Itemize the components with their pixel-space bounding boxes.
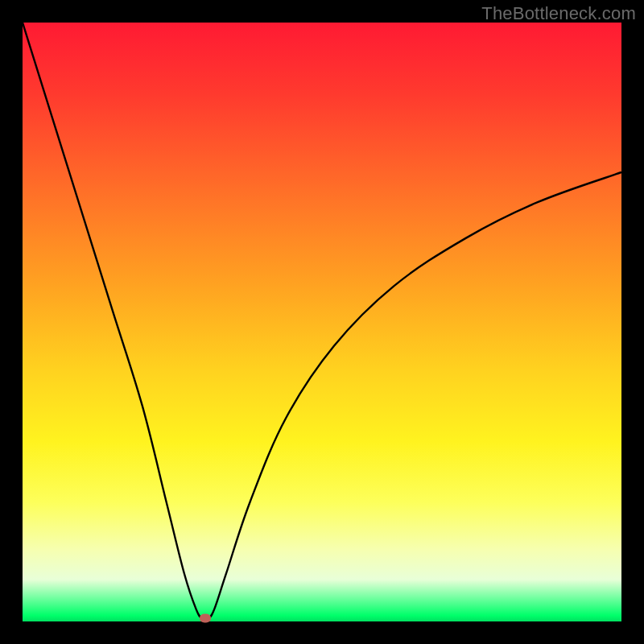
optimum-marker [200,614,211,623]
curve-svg [23,23,621,621]
watermark-text: TheBottleneck.com [481,3,636,24]
bottleneck-curve [23,23,621,620]
chart-frame: TheBottleneck.com [0,0,644,644]
plot-area [23,23,621,621]
